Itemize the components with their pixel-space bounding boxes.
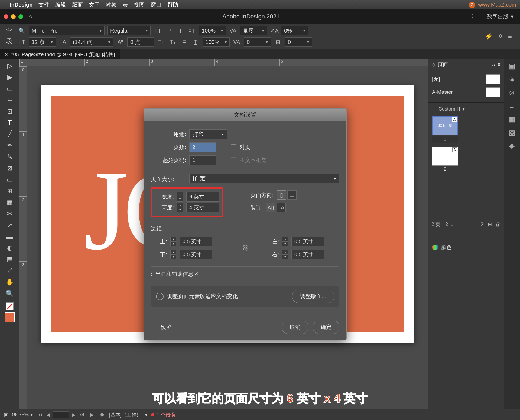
font-style-field[interactable]: Regular▾ [107, 26, 151, 35]
maximize-window-icon[interactable] [18, 14, 23, 19]
margin-top-input[interactable]: 0.5 英寸 [180, 237, 212, 246]
paragraph-mode-icon[interactable]: 段 [6, 37, 12, 45]
adjust-layout-button[interactable]: 调整版面... [292, 290, 334, 303]
spread-header[interactable]: ⋮Custom H▾ [428, 104, 504, 114]
height-stepper[interactable]: ▲▼ [177, 203, 183, 212]
margin-left-input[interactable]: 0.5 英寸 [291, 237, 324, 246]
cc-strip-icon[interactable]: ▦ [509, 115, 515, 124]
binding-ltr-button[interactable]: A▯ [266, 203, 275, 212]
search-icon[interactable]: 🔍 [17, 26, 26, 35]
master-none-row[interactable]: [无] [432, 73, 500, 86]
panel-menu-icon[interactable]: ≡ [498, 62, 500, 67]
menu-type[interactable]: 文字 [89, 1, 100, 8]
menu-file[interactable]: 文件 [38, 1, 49, 8]
skew-field[interactable]: 0%▾ [281, 26, 308, 35]
rectangle-frame-icon[interactable]: ⊠ [4, 163, 15, 174]
flash-icon[interactable]: ⚡ [485, 33, 493, 40]
pagesize-select[interactable]: [自定]▾ [189, 174, 339, 183]
rectangle-tool-icon[interactable]: ▭ [4, 174, 15, 185]
tracking-field[interactable]: 0▾ [244, 37, 271, 47]
publish-dropdown[interactable]: 数字出版▾ [484, 11, 516, 22]
landscape-button[interactable]: ▭ [287, 190, 297, 200]
pencil-tool-icon[interactable]: ✎ [4, 151, 15, 162]
delete-page-icon[interactable]: 🗑 [496, 222, 500, 227]
profile-arrow-icon[interactable]: ▾ [145, 412, 147, 418]
gear-icon[interactable]: ✲ [498, 33, 503, 40]
page-thumb-1[interactable]: JOIN US!A 1 [432, 116, 458, 143]
intent-select[interactable]: 打印▾ [189, 129, 227, 139]
page-number-field[interactable]: 1 [53, 411, 69, 418]
zoom-field[interactable]: 96.75%▾ [12, 412, 33, 418]
edit-page-icon[interactable]: ⎘ [481, 222, 484, 227]
share-icon[interactable]: ⇪ [470, 13, 475, 20]
margin-right-stepper[interactable]: ▲▼ [282, 250, 288, 259]
preview-checkbox[interactable] [151, 325, 156, 330]
collapse-icon[interactable]: ›› [492, 62, 495, 67]
pages-input[interactable] [189, 142, 216, 152]
line-tool-icon[interactable]: ╱ [4, 129, 15, 140]
stroke-swatch-icon[interactable] [5, 312, 15, 322]
play-icon[interactable]: ▶ [89, 412, 95, 418]
superscript-icon[interactable]: T¹ [165, 26, 173, 35]
height-input[interactable]: 4 英寸 [186, 203, 219, 212]
page-tool-icon[interactable]: ▭ [4, 83, 15, 94]
menu-table[interactable]: 表 [122, 1, 128, 8]
width-stepper[interactable]: ▲▼ [177, 192, 183, 202]
horizontal-ruler[interactable]: 1 2 3 4 5 [20, 59, 428, 66]
errors-indicator[interactable]: 1 个错误 [151, 412, 175, 418]
swatches-strip-icon[interactable]: ▩ [509, 128, 515, 137]
statusbar-icon[interactable]: ▣ [4, 412, 8, 418]
leading-field[interactable]: (14.4 点▾ [70, 37, 113, 47]
margin-bottom-stepper[interactable]: ▲▼ [170, 250, 176, 259]
selection-tool-icon[interactable]: ▷ [4, 60, 15, 71]
pages-strip-icon[interactable]: ▣ [509, 62, 515, 70]
fill-swatch-icon[interactable] [6, 302, 14, 310]
app-name[interactable]: InDesign [10, 2, 32, 8]
menu-help[interactable]: 帮助 [167, 1, 178, 8]
subscript-icon[interactable]: T₁ [168, 38, 177, 46]
cancel-button[interactable]: 取消 [282, 321, 308, 334]
hand-tool-icon[interactable]: ✋ [4, 277, 15, 287]
menu-icon[interactable]: ≡ [508, 33, 512, 40]
baseline-field[interactable]: 0 点 [127, 37, 154, 47]
grid-field[interactable]: 0▾ [285, 37, 312, 47]
type-tool-icon[interactable]: T [4, 117, 15, 128]
ok-button[interactable]: 确定 [313, 321, 339, 334]
menu-edit[interactable]: 编辑 [55, 1, 66, 8]
free-transform-icon[interactable]: ↗ [4, 220, 15, 231]
open-icon[interactable]: ◉ [99, 412, 105, 418]
vscale-field[interactable]: 100%▾ [199, 26, 226, 35]
pages-panel-header[interactable]: ◇页面 ››≡ [428, 59, 504, 70]
home-icon[interactable]: ⌂ [28, 13, 32, 20]
smallcaps-icon[interactable]: Tᴛ [157, 38, 166, 46]
color-panel-collapsed[interactable]: 颜色 [428, 241, 504, 254]
font-family-field[interactable]: Minion Pro▾ [29, 26, 105, 35]
minimize-window-icon[interactable] [11, 14, 16, 19]
grid2-icon[interactable]: ▦ [4, 197, 15, 208]
next-page-icon[interactable]: ▶ [71, 412, 77, 418]
menu-object[interactable]: 对象 [106, 1, 116, 8]
grid-icon[interactable]: ⊞ [4, 186, 15, 196]
fontsize-field[interactable]: 12 点▾ [29, 37, 56, 47]
underline-icon[interactable]: T [176, 26, 185, 35]
master-a-row[interactable]: A-Master [432, 86, 500, 99]
kerning-field[interactable]: 量度▾ [240, 26, 267, 35]
zoom-tool-icon[interactable]: 🔍 [4, 288, 15, 299]
gradient-feather-icon[interactable]: ◐ [4, 243, 15, 253]
color-strip-icon[interactable]: ◆ [509, 142, 515, 150]
link-margins-icon[interactable]: ⛓ [242, 244, 248, 251]
prev-page-icon[interactable]: ◀ [45, 412, 51, 418]
allcaps-icon[interactable]: TT [153, 26, 162, 35]
gap-tool-icon[interactable]: ↔ [4, 95, 15, 105]
hscale-field[interactable]: 100%▾ [203, 37, 230, 47]
eyedropper-tool-icon[interactable]: ✐ [4, 265, 15, 276]
portrait-button[interactable]: ▯ [277, 190, 286, 200]
new-page-icon[interactable]: ⊞ [488, 221, 492, 227]
binding-rtl-button[interactable]: ▯A [277, 203, 286, 212]
stroke-strip-icon[interactable]: ≡ [510, 102, 514, 110]
page-thumb-2[interactable]: A 2 [432, 147, 458, 172]
note-tool-icon[interactable]: ▤ [4, 254, 15, 265]
bleed-disclosure[interactable]: ›出血和辅助信息区 [151, 270, 339, 278]
pen-tool-icon[interactable]: ✒ [4, 140, 15, 151]
menu-window[interactable]: 窗口 [151, 1, 161, 8]
